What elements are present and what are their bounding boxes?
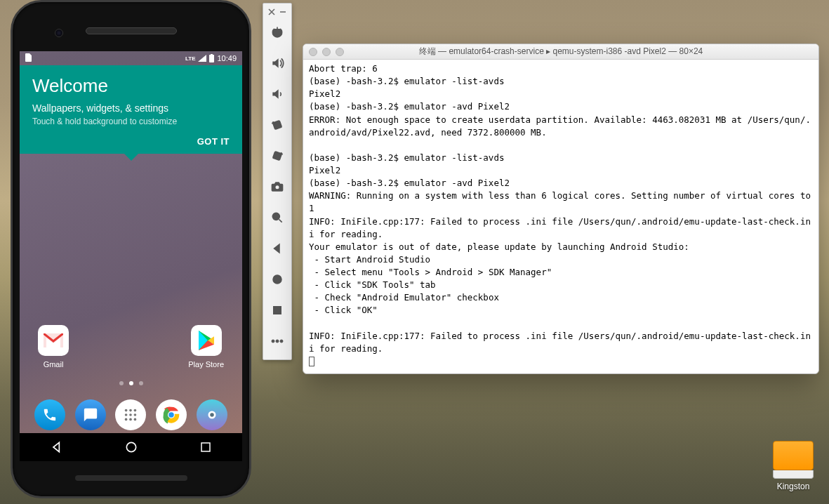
terminal-title: 终端 — emulator64-crash-service ▸ qemu-sys…: [419, 46, 703, 58]
svg-rect-16: [273, 121, 282, 130]
svg-point-22: [272, 340, 274, 343]
dock-camera[interactable]: [197, 399, 227, 430]
device-speaker: [75, 475, 187, 481]
emulator-toolbar: [263, 3, 292, 360]
svg-point-13: [210, 413, 214, 417]
more-button[interactable]: [263, 326, 291, 357]
terminal-body[interactable]: Abort trap: 6 (base) -bash-3.2$ emulator…: [303, 60, 818, 373]
got-it-button[interactable]: GOT IT: [32, 136, 230, 147]
device-camera: [55, 29, 63, 37]
screenshot-button[interactable]: [263, 171, 291, 202]
volume-down-button[interactable]: [263, 79, 291, 110]
back-button[interactable]: [263, 233, 291, 264]
svg-point-24: [280, 340, 283, 343]
svg-point-14: [127, 442, 136, 451]
home-screen[interactable]: Gmail Play Store: [20, 154, 242, 461]
overview-button[interactable]: [263, 295, 291, 326]
power-button[interactable]: [263, 17, 291, 48]
page-indicator: [119, 381, 143, 385]
svg-point-2: [134, 409, 137, 412]
svg-point-4: [130, 413, 133, 416]
window-zoom-button[interactable]: [336, 48, 344, 56]
app-label: Play Store: [188, 360, 224, 369]
svg-rect-17: [273, 152, 282, 161]
app-label: Gmail: [44, 360, 64, 369]
svg-rect-21: [274, 307, 281, 314]
svg-rect-15: [201, 443, 210, 451]
drive-icon: [773, 441, 814, 470]
gmail-icon: [38, 325, 69, 356]
terminal-titlebar[interactable]: 终端 — emulator64-crash-service ▸ qemu-sys…: [303, 44, 818, 60]
play-store-icon: [191, 325, 222, 356]
svg-point-20: [273, 275, 281, 284]
lte-indicator: LTE: [185, 55, 196, 62]
welcome-subtitle: Wallpapers, widgets, & settings: [32, 102, 230, 114]
drive-label: Kingston: [777, 482, 810, 491]
home-button[interactable]: [263, 264, 291, 295]
device-earpiece: [86, 27, 177, 34]
window-close-button[interactable]: [309, 48, 317, 56]
nav-overview-icon[interactable]: [199, 441, 212, 453]
dock-phone[interactable]: [34, 399, 65, 430]
svg-point-6: [125, 418, 128, 421]
app-play-store[interactable]: Play Store: [188, 325, 224, 369]
dock-chrome[interactable]: [156, 399, 187, 430]
svg-point-18: [276, 185, 279, 189]
nav-home-icon[interactable]: [124, 440, 138, 454]
welcome-card: Welcome Wallpapers, widgets, & settings …: [20, 65, 242, 154]
phone-screen[interactable]: LTE 10:49 Welcome Wallpapers, widgets, &…: [20, 51, 242, 461]
close-icon[interactable]: [268, 8, 275, 15]
zoom-button[interactable]: [263, 202, 291, 233]
emulator-device-frame: LTE 10:49 Welcome Wallpapers, widgets, &…: [11, 0, 251, 498]
dock: [20, 399, 242, 430]
dock-all-apps[interactable]: [115, 399, 146, 430]
welcome-hint: Touch & hold background to customize: [32, 117, 230, 126]
svg-point-23: [276, 340, 279, 343]
signal-icon: [198, 55, 206, 62]
svg-point-1: [130, 409, 133, 412]
dock-messages[interactable]: [75, 399, 106, 430]
svg-point-8: [134, 418, 137, 421]
volume-up-button[interactable]: [263, 48, 291, 79]
window-minimize-button[interactable]: [322, 48, 331, 56]
battery-icon: [209, 54, 214, 62]
app-gmail[interactable]: Gmail: [38, 325, 69, 369]
svg-point-3: [125, 413, 128, 416]
rotate-right-button[interactable]: [263, 140, 291, 171]
rotate-left-button[interactable]: [263, 110, 291, 140]
clock-text: 10:49: [217, 54, 237, 62]
svg-point-0: [125, 409, 128, 412]
terminal-cursor: [309, 357, 314, 366]
android-statusbar[interactable]: LTE 10:49: [20, 51, 242, 65]
welcome-title: Welcome: [32, 75, 230, 97]
terminal-window[interactable]: 终端 — emulator64-crash-service ▸ qemu-sys…: [303, 44, 819, 374]
sim-card-icon: [25, 53, 32, 62]
android-navbar: [20, 433, 242, 461]
desktop-drive[interactable]: Kingston: [773, 441, 814, 491]
minimize-icon[interactable]: [279, 8, 286, 15]
svg-point-5: [134, 413, 137, 416]
svg-point-7: [130, 418, 133, 421]
nav-back-icon[interactable]: [50, 440, 64, 454]
